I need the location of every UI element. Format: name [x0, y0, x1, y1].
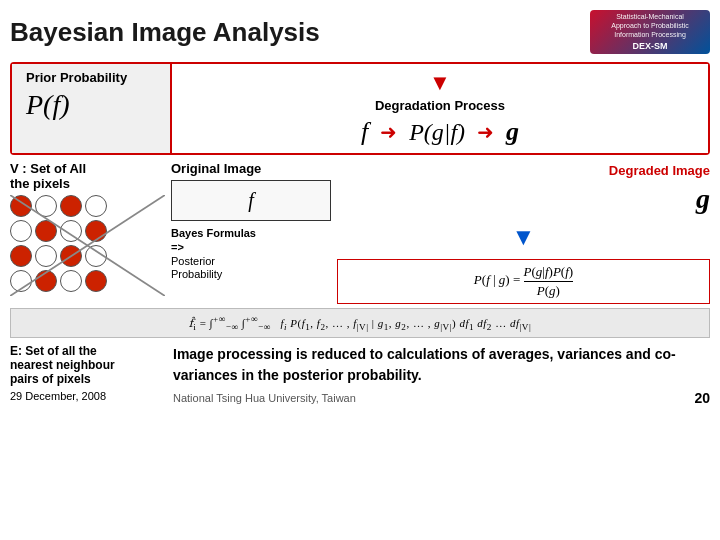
pixel-7 [60, 220, 82, 242]
pixel-2 [35, 195, 57, 217]
posterior-panel: Degraded Image g ▼ P(f | g) = P(g|f)P(f)… [337, 161, 710, 304]
logo: Statistical-Mechanical Approach to Proba… [590, 10, 710, 54]
pgf-formula: P(g|f) [409, 119, 465, 146]
pixel-13 [10, 270, 32, 292]
v-set-label: V : Set of All the pixels [10, 161, 165, 191]
date: 29 December, 2008 [10, 390, 165, 402]
v-set-panel: V : Set of All the pixels [10, 161, 165, 304]
degraded-image-label: Degraded Image [337, 161, 710, 179]
f-formula: f [361, 117, 368, 147]
g-formula: g [506, 117, 519, 147]
original-image-label: Original Image [171, 161, 331, 176]
page-title: Bayesian Image Analysis [10, 17, 320, 48]
page-number: 20 [694, 390, 710, 406]
prior-probability-box: Prior Probability P(f) [12, 64, 172, 153]
original-image-box: f [171, 180, 331, 221]
right-arrow-1: ➜ [380, 120, 397, 144]
original-image-panel: Original Image f Bayes Formulas => Poste… [171, 161, 331, 304]
pixel-8 [85, 220, 107, 242]
red-down-arrow-top: ▼ [182, 70, 698, 96]
summary-text: Image processing is reduced to calculati… [173, 344, 710, 386]
posterior-equation: P(f | g) = P(g|f)P(f) P(g) [337, 259, 710, 304]
posterior-eq-text: P(f | g) = P(g|f)P(f) P(g) [346, 264, 701, 299]
g-image-formula: g [337, 183, 710, 215]
title-bar: Bayesian Image Analysis Statistical-Mech… [10, 10, 710, 54]
pixel-10 [35, 245, 57, 267]
bottom-section: E: Set of all the nearest neighbour pair… [10, 344, 710, 406]
pixel-1 [10, 195, 32, 217]
slide: Bayesian Image Analysis Statistical-Mech… [0, 0, 720, 540]
formula-row: f ➜ P(g|f) ➜ g [361, 117, 519, 147]
posterior-label: Posterior [171, 255, 331, 267]
pixel-5 [10, 220, 32, 242]
f-image-symbol: f [180, 185, 322, 216]
pixel-9 [10, 245, 32, 267]
top-section: Prior Probability P(f) ▼ Degradation Pro… [10, 62, 710, 155]
pixel-4 [85, 195, 107, 217]
degradation-box: ▼ Degradation Process f ➜ P(g|f) ➜ g [172, 64, 708, 153]
bayes-arrow: => [171, 241, 331, 253]
e-set-panel: E: Set of all the nearest neighbour pair… [10, 344, 165, 402]
prior-label: Prior Probability [26, 70, 127, 85]
e-set-line1: E: Set of all the [10, 344, 165, 358]
pixel-11 [60, 245, 82, 267]
e-set-line3: pairs of pixels [10, 372, 165, 386]
pixel-3 [60, 195, 82, 217]
bayes-formulas-label: Bayes Formulas [171, 227, 331, 239]
middle-row: V : Set of All the pixels [10, 161, 710, 304]
blue-down-arrow: ▼ [337, 223, 710, 251]
e-set-line2: nearest neighbour [10, 358, 165, 372]
right-arrow-2: ➜ [477, 120, 494, 144]
pixel-grid-container [10, 195, 165, 296]
bottom-right-panel: Image processing is reduced to calculati… [173, 344, 710, 406]
pixel-6 [35, 220, 57, 242]
probability-label: Probability [171, 268, 331, 280]
pixel-14 [35, 270, 57, 292]
pixel-12 [85, 245, 107, 267]
institution-label: National Tsing Hua University, Taiwan [173, 392, 356, 404]
footer: National Tsing Hua University, Taiwan 20 [173, 390, 710, 406]
pixel-grid [10, 195, 165, 292]
prior-formula: P(f) [26, 89, 70, 121]
integral-formula: f̂i = ∫+∞−∞ ∫+∞−∞ fi P(f1, f2, … , f|V| … [189, 317, 532, 329]
logo-text: Statistical-Mechanical Approach to Proba… [611, 12, 688, 53]
integral-section: f̂i = ∫+∞−∞ ∫+∞−∞ fi P(f1, f2, … , f|V| … [10, 308, 710, 338]
pixel-15 [60, 270, 82, 292]
degradation-label: Degradation Process [375, 98, 505, 113]
pixel-16 [85, 270, 107, 292]
